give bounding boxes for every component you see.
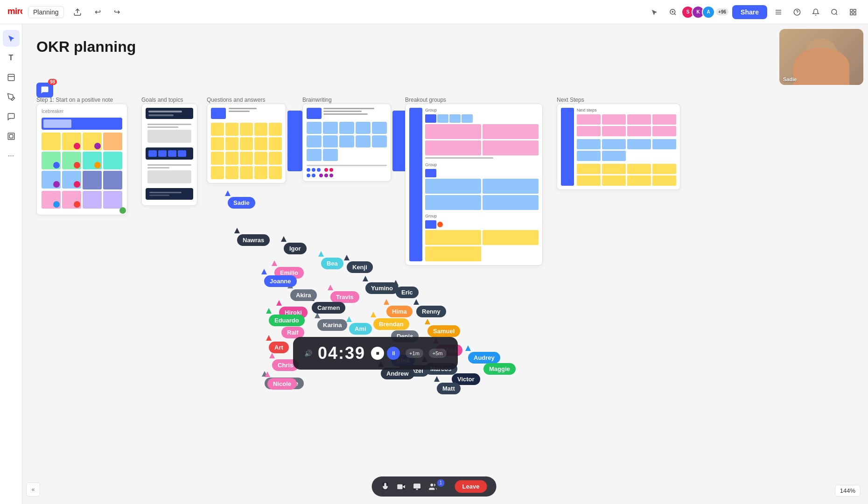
brainwriting-board [302,104,391,182]
svg-line-3 [674,14,676,15]
cursor-label-akira: Akira [290,289,317,301]
nextsteps-board: Next steps [557,104,680,190]
qa-board [207,104,286,183]
svg-rect-17 [8,74,14,81]
video-preview: Sadie [779,29,863,85]
svg-rect-16 [854,13,856,15]
frame-tool[interactable] [3,128,20,145]
help-button[interactable] [790,6,805,19]
zoom-button[interactable] [665,6,680,19]
icebreaker-label: Icebreaker [42,109,122,114]
cursor-label-samuel: Samuel [427,325,460,337]
cursor-label-carmen: Carmen [312,302,345,314]
miro-logo: miro [7,5,22,19]
board-title-chip[interactable]: Planning [28,6,64,18]
svg-rect-24 [397,484,402,489]
cursor-label-igor: Igor [284,243,307,254]
bottom-controls: 1 Leave [372,476,497,497]
text-tool[interactable]: T [3,49,20,66]
cursor-label-maggie: Maggie [483,363,516,375]
apps-button[interactable] [846,6,861,19]
pen-tool[interactable] [3,89,20,105]
svg-rect-14 [854,9,856,12]
cursor-label-renny: Renny [416,306,446,317]
cursor-label-travis: Travis [330,291,359,303]
canvas: OKR planning 98 Step 1: Start on a posit… [22,24,868,504]
timer-add5m-button[interactable]: +5m [429,349,447,358]
cursor-label-sadie: Sadie [228,197,255,209]
cursor-label-bea: Bea [321,258,343,269]
timer-controls: ■ ⏸ [371,347,400,360]
section-label-brain: Brainwriting [302,97,332,103]
redo-button[interactable]: ↪ [110,5,124,19]
sticky-tool[interactable] [3,69,20,86]
comment-tool[interactable] [3,108,20,125]
upload-button[interactable] [70,5,85,19]
svg-point-11 [832,9,837,14]
section-label-icebreaker: Step 1: Start on a positive note [36,97,113,103]
page-title: OKR planning [36,38,136,56]
cursor-label-brendan: Brendan [373,318,409,330]
cursor-label-hima: Hima [386,306,413,317]
svg-rect-15 [850,13,853,15]
avatar: A [702,6,715,19]
left-toolbar: T ··· [0,24,22,504]
settings-button[interactable] [771,6,786,19]
notification-icon: 98 [36,83,53,98]
notification-count: 98 [48,79,57,85]
timer-sound-icon: 🔊 [304,350,312,357]
topbar: miro Planning ↩ ↪ S K A +96 Share [0,0,868,24]
cursor-label-eduardo: Eduardo [269,315,305,326]
section-label-goals: Goals and topics [141,97,183,103]
timer-stop-button[interactable]: ■ [371,347,384,360]
icebreaker-board: Icebreaker [36,104,127,215]
leave-button[interactable]: Leave [455,480,487,493]
topbar-right: S K A +96 Share [647,5,861,19]
more-tools[interactable]: ··· [3,147,20,164]
timer-pause-button[interactable]: ⏸ [387,347,400,360]
cursor-label-eric: Eric [396,287,419,298]
svg-point-27 [430,483,433,486]
section-label-qa: Questions and answers [207,97,265,103]
cursor-label-matt: Matt [437,383,461,394]
screen-share-button[interactable] [413,483,421,491]
cursor-label-karina: Karina [317,319,347,331]
share-button[interactable]: Share [732,5,767,19]
cursor-label-ami: Ami [349,323,372,335]
select-tool[interactable] [3,30,20,47]
svg-rect-19 [8,133,14,140]
search-button[interactable] [827,6,842,19]
video-button[interactable] [397,483,406,491]
svg-marker-23 [403,485,405,489]
avatar-stack: S K A +96 [684,6,728,19]
zoom-indicator: 144% [835,485,861,497]
timer-overlay: 🔊 04:39 ■ ⏸ +1m +5m [293,337,458,370]
svg-rect-20 [9,134,13,138]
undo-button[interactable]: ↩ [91,5,105,19]
notifications-button[interactable] [808,6,823,19]
timer-add1m-button[interactable]: +1m [406,349,423,358]
expand-button[interactable]: « [26,483,40,497]
cursor-tool-button[interactable] [647,6,662,19]
cursor-label-art: Art [269,342,289,353]
participant-count: 1 [437,479,445,487]
mic-button[interactable] [381,483,390,491]
cursor-label-nawras: Nawras [237,234,270,246]
section-label-nextsteps: Next Steps [557,97,584,103]
goals-board [141,104,197,206]
svg-text:miro: miro [7,6,22,16]
svg-rect-25 [413,483,420,489]
timer-display: 04:39 [318,343,365,363]
cursor-label-kenji: Kenji [347,261,373,273]
breakout-board: Group [405,104,543,266]
timer-minutes: 04 [318,343,338,363]
video-name-tag: Sadie [783,77,797,82]
cursor-label-joanne: Joanne [264,275,297,287]
qa-side-card [287,111,302,171]
svg-rect-13 [850,9,853,12]
participants-button[interactable]: 1 [429,483,448,491]
cursor-label-yumino: Yumino [365,282,399,294]
cursor-label-audrey: Audrey [468,352,500,364]
timer-seconds: 39 [345,343,365,363]
cursor-label-nicole: Nicole [267,378,297,390]
